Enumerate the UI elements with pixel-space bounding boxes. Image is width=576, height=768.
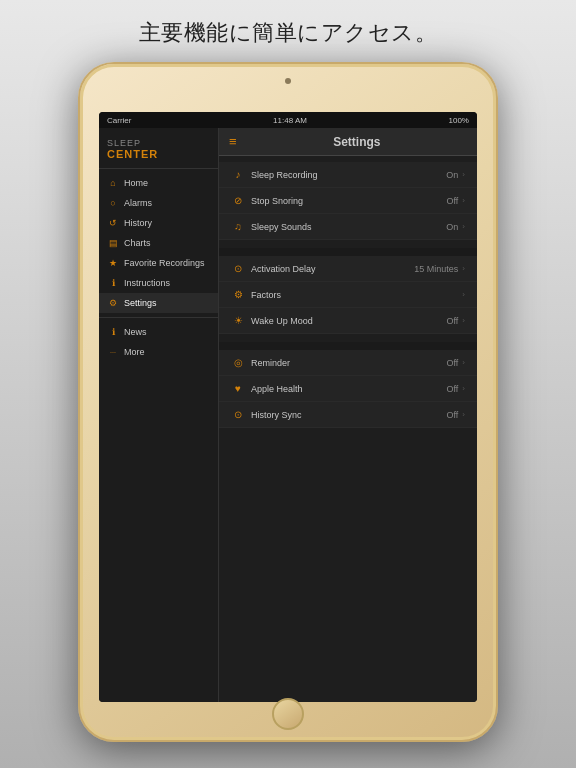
sleepy-sounds-label: Sleepy Sounds: [251, 222, 446, 232]
sleep-recording-icon: ♪: [231, 169, 245, 180]
row-reminder[interactable]: ◎ Reminder Off ›: [219, 350, 477, 376]
apple-health-label: Apple Health: [251, 384, 446, 394]
sidebar-label-charts: Charts: [124, 238, 151, 248]
stop-snoring-icon: ⊘: [231, 195, 245, 206]
page-heading: 主要機能に簡単にアクセス。: [139, 18, 438, 48]
more-icon: ···: [107, 349, 119, 356]
home-icon: ⌂: [107, 178, 119, 188]
sidebar-item-favorites[interactable]: ★ Favorite Recordings: [99, 253, 218, 273]
sidebar-divider: [99, 317, 218, 318]
history-icon: ↺: [107, 218, 119, 228]
factors-chevron: ›: [462, 290, 465, 299]
history-sync-icon: ⊙: [231, 409, 245, 420]
factors-icon: ⚙: [231, 289, 245, 300]
history-sync-value: Off: [446, 410, 458, 420]
stop-snoring-chevron: ›: [462, 196, 465, 205]
sidebar-item-history[interactable]: ↺ History: [99, 213, 218, 233]
sidebar-item-charts[interactable]: ▤ Charts: [99, 233, 218, 253]
sidebar-label-favorites: Favorite Recordings: [124, 258, 205, 268]
alarms-icon: ○: [107, 198, 119, 208]
activation-delay-chevron: ›: [462, 264, 465, 273]
stop-snoring-label: Stop Snoring: [251, 196, 446, 206]
menu-icon[interactable]: ≡: [229, 134, 237, 149]
battery-label: 100%: [449, 116, 469, 125]
sidebar-item-alarms[interactable]: ○ Alarms: [99, 193, 218, 213]
sidebar-item-news[interactable]: ℹ News: [99, 322, 218, 342]
ipad-screen: Carrier 11:48 AM 100% SLEEP CENTER ⌂ Hom…: [99, 112, 477, 702]
activation-delay-value: 15 Minutes: [414, 264, 458, 274]
wake-up-mood-chevron: ›: [462, 316, 465, 325]
sidebar-label-instructions: Instructions: [124, 278, 170, 288]
sleep-recording-value: On: [446, 170, 458, 180]
settings-icon: ⚙: [107, 298, 119, 308]
status-bar: Carrier 11:48 AM 100%: [99, 112, 477, 128]
row-sleep-recording[interactable]: ♪ Sleep Recording On ›: [219, 162, 477, 188]
page-title: Settings: [247, 135, 467, 149]
activation-delay-label: Activation Delay: [251, 264, 414, 274]
sidebar-label-news: News: [124, 327, 147, 337]
apple-health-chevron: ›: [462, 384, 465, 393]
logo-center: CENTER: [107, 148, 210, 160]
sidebar-label-home: Home: [124, 178, 148, 188]
ipad-frame: Carrier 11:48 AM 100% SLEEP CENTER ⌂ Hom…: [78, 62, 498, 742]
favorites-icon: ★: [107, 258, 119, 268]
row-sleepy-sounds[interactable]: ♫ Sleepy Sounds On ›: [219, 214, 477, 240]
ipad-home-button[interactable]: [272, 698, 304, 730]
row-factors[interactable]: ⚙ Factors ›: [219, 282, 477, 308]
factors-label: Factors: [251, 290, 458, 300]
instructions-icon: ℹ: [107, 278, 119, 288]
app-body: SLEEP CENTER ⌂ Home ○ Alarms ↺ History ▤: [99, 128, 477, 702]
sidebar-logo: SLEEP CENTER: [99, 134, 218, 169]
carrier-label: Carrier: [107, 116, 131, 125]
sidebar-label-settings: Settings: [124, 298, 157, 308]
sidebar-label-more: More: [124, 347, 145, 357]
sidebar-item-more[interactable]: ··· More: [99, 342, 218, 362]
sidebar-label-alarms: Alarms: [124, 198, 152, 208]
row-stop-snoring[interactable]: ⊘ Stop Snoring Off ›: [219, 188, 477, 214]
reminder-icon: ◎: [231, 357, 245, 368]
news-icon: ℹ: [107, 327, 119, 337]
sidebar-label-history: History: [124, 218, 152, 228]
reminder-label: Reminder: [251, 358, 446, 368]
sidebar-item-instructions[interactable]: ℹ Instructions: [99, 273, 218, 293]
wake-up-mood-icon: ☀: [231, 315, 245, 326]
sleepy-sounds-icon: ♫: [231, 221, 245, 232]
charts-icon: ▤: [107, 238, 119, 248]
row-history-sync[interactable]: ⊙ History Sync Off ›: [219, 402, 477, 428]
time-label: 11:48 AM: [273, 116, 307, 125]
sidebar-item-settings[interactable]: ⚙ Settings: [99, 293, 218, 313]
wake-up-mood-label: Wake Up Mood: [251, 316, 446, 326]
apple-health-value: Off: [446, 384, 458, 394]
history-sync-label: History Sync: [251, 410, 446, 420]
activation-delay-icon: ⊙: [231, 263, 245, 274]
section-gap-2: [219, 342, 477, 350]
settings-content: ♪ Sleep Recording On › ⊘ Stop Snoring Of…: [219, 156, 477, 702]
sidebar-item-home[interactable]: ⌂ Home: [99, 173, 218, 193]
row-apple-health[interactable]: ♥ Apple Health Off ›: [219, 376, 477, 402]
row-wake-up-mood[interactable]: ☀ Wake Up Mood Off ›: [219, 308, 477, 334]
stop-snoring-value: Off: [446, 196, 458, 206]
section-gap-1: [219, 248, 477, 256]
header-bar: ≡ Settings: [219, 128, 477, 156]
ipad-camera: [285, 78, 291, 84]
sleepy-sounds-value: On: [446, 222, 458, 232]
apple-health-icon: ♥: [231, 383, 245, 394]
logo-sleep: SLEEP: [107, 138, 210, 148]
row-activation-delay[interactable]: ⊙ Activation Delay 15 Minutes ›: [219, 256, 477, 282]
sleepy-sounds-chevron: ›: [462, 222, 465, 231]
settings-section-3: ◎ Reminder Off › ♥ Apple Health Off ›: [219, 350, 477, 428]
sleep-recording-chevron: ›: [462, 170, 465, 179]
sleep-recording-label: Sleep Recording: [251, 170, 446, 180]
settings-section-2: ⊙ Activation Delay 15 Minutes › ⚙ Factor…: [219, 256, 477, 334]
history-sync-chevron: ›: [462, 410, 465, 419]
reminder-value: Off: [446, 358, 458, 368]
wake-up-mood-value: Off: [446, 316, 458, 326]
main-content: ≡ Settings ♪ Sleep Recording On ›: [219, 128, 477, 702]
sidebar: SLEEP CENTER ⌂ Home ○ Alarms ↺ History ▤: [99, 128, 219, 702]
reminder-chevron: ›: [462, 358, 465, 367]
settings-section-1: ♪ Sleep Recording On › ⊘ Stop Snoring Of…: [219, 162, 477, 240]
